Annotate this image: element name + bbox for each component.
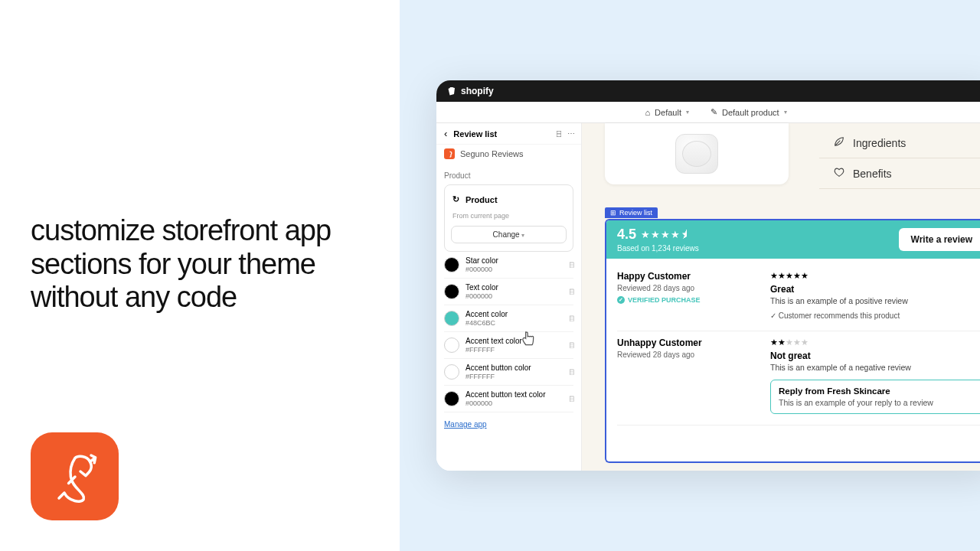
review-title: Not great (770, 350, 980, 361)
color-swatch (444, 364, 459, 380)
pencil-icon: ✎ (710, 107, 717, 117)
review-date: Reviewed 28 days ago (617, 350, 732, 359)
accordion-label: Ingredients (853, 137, 906, 149)
shopify-icon (447, 86, 456, 96)
verified-badge: ✓VERIFIED PURCHASE (617, 296, 732, 304)
avg-rating: 4.5 (617, 227, 636, 243)
color-setting[interactable]: Star color #000000 ⌸ (444, 252, 573, 279)
dynamic-source-icon[interactable]: ⌸ (570, 315, 573, 322)
color-setting[interactable]: Accent button color #FFFFFF ⌸ (444, 359, 573, 386)
chevron-down-icon: ▾ (521, 232, 524, 239)
review-count: Based on 1,234 reviews (617, 244, 699, 253)
dynamic-source-icon[interactable]: ⌸ (570, 341, 573, 349)
color-swatch (444, 284, 459, 299)
write-review-button[interactable]: Write a review (899, 228, 980, 251)
section-label-product: Product (444, 171, 573, 180)
review-stars: ★★★★★ (770, 271, 980, 281)
view-label: Default (655, 108, 681, 117)
manage-app-link[interactable]: Manage app (444, 420, 487, 429)
template-label: Default product (722, 108, 779, 117)
chevron-down-icon: ▾ (784, 109, 787, 116)
refresh-icon: ↻ (452, 194, 459, 204)
color-setting[interactable]: Text color #000000 ⌸ (444, 279, 573, 305)
target-icon: ⊞ (610, 209, 616, 217)
color-swatch (444, 311, 459, 326)
product-jar-image (675, 134, 718, 174)
monitor-icon: ⌂ (645, 108, 650, 117)
color-hex: #FFFFFF (466, 373, 531, 380)
dynamic-source-icon[interactable]: ⌸ (570, 368, 573, 376)
color-label: Star color (466, 256, 498, 266)
review-stars: ★★★★★ (770, 337, 980, 347)
color-swatch (444, 337, 459, 353)
color-label: Accent color (466, 310, 508, 319)
product-row[interactable]: ↻ Product (451, 191, 567, 207)
color-label: Accent button color (466, 364, 531, 373)
color-swatch (444, 257, 459, 272)
accordion-benefits[interactable]: Benefits ⌄ (819, 158, 980, 189)
settings-sidebar: ‹ Review list ⌸ ⋯ Seguno Reviews Product… (436, 123, 582, 471)
accordion-label: Benefits (853, 168, 892, 180)
dynamic-source-icon[interactable]: ⌸ (570, 261, 573, 269)
from-page-label: From current page (452, 212, 567, 220)
app-name: Seguno Reviews (460, 149, 524, 158)
review-title: Great (770, 284, 980, 295)
review-body: This is an example of a negative review (770, 363, 980, 372)
chevron-down-icon: ▾ (686, 109, 689, 116)
reviewer-name: Happy Customer (617, 271, 732, 282)
section-tag[interactable]: ⊞ Review list (605, 207, 658, 218)
color-label: Text color (466, 283, 498, 292)
accordion-ingredients[interactable]: Ingredients ⌄ (819, 128, 980, 158)
color-setting[interactable]: Accent text color #FFFFFF ⌸ (444, 332, 573, 359)
reply-box: Reply from Fresh SkincareThis is an exam… (770, 380, 980, 414)
reply-body: This is an example of your reply to a re… (779, 398, 976, 407)
color-hex: #000000 (466, 292, 498, 300)
heart-icon (833, 166, 845, 181)
section-tag-label: Review list (619, 209, 652, 217)
recommends-label: ✓ Customer recommends this product (770, 311, 980, 320)
more-icon[interactable]: ⋯ (567, 129, 575, 138)
color-label: Accent button text color (466, 390, 546, 399)
marketing-headline: customize storefront app sections for yo… (31, 214, 383, 315)
template-select[interactable]: ✎ Default product ▾ (710, 107, 787, 117)
dynamic-source-icon[interactable]: ⌸ (570, 395, 573, 403)
brand-label: shopify (461, 86, 494, 96)
color-hex: #000000 (466, 266, 498, 273)
leaf-icon (833, 135, 845, 150)
app-icon (444, 148, 455, 159)
color-setting[interactable]: Accent button text color #000000 ⌸ (444, 386, 573, 412)
preview-canvas: Ingredients ⌄ Benefits ⌄ ⊞ Review list (582, 123, 980, 471)
reviewer-name: Unhappy Customer (617, 337, 732, 348)
product-image-card (605, 123, 789, 184)
view-select[interactable]: ⌂ Default ▾ (645, 108, 689, 117)
review-body: This is an example of a positive review (770, 296, 980, 305)
back-icon[interactable]: ‹ (444, 128, 447, 139)
color-hex: #FFFFFF (466, 346, 522, 354)
shopify-topbar: shopify (436, 80, 980, 102)
change-button[interactable]: Change ▾ (451, 226, 567, 243)
editor-toolbar: ⌂ Default ▾ ✎ Default product ▾ (436, 102, 980, 123)
avg-stars: ★★★★⯨ (641, 229, 691, 240)
sidebar-title: Review list (453, 129, 497, 139)
editor-window: shopify ⌂ Default ▾ ✎ Default product ▾ … (436, 80, 980, 471)
review-list-section[interactable]: 4.5 ★★★★⯨ Based on 1,234 reviews Write a… (605, 219, 980, 463)
color-label: Accent text color (466, 337, 522, 346)
color-hex: #48C6BC (466, 319, 508, 327)
review-date: Reviewed 28 days ago (617, 284, 732, 292)
seguno-logo (31, 432, 119, 520)
review-item: Happy Customer Reviewed 28 days ago✓VERI… (617, 265, 980, 331)
database-icon[interactable]: ⌸ (557, 129, 561, 138)
color-setting[interactable]: Accent color #48C6BC ⌸ (444, 305, 573, 332)
product-row-label: Product (466, 195, 498, 204)
color-swatch (444, 391, 459, 406)
dynamic-source-icon[interactable]: ⌸ (570, 288, 573, 295)
review-summary-header: 4.5 ★★★★⯨ Based on 1,234 reviews Write a… (606, 220, 980, 259)
product-box: ↻ Product From current page Change ▾ (444, 184, 573, 252)
review-item: Unhappy Customer Reviewed 28 days ago ★★… (617, 331, 980, 425)
color-hex: #000000 (466, 399, 546, 407)
reply-title: Reply from Fresh Skincare (779, 386, 976, 396)
